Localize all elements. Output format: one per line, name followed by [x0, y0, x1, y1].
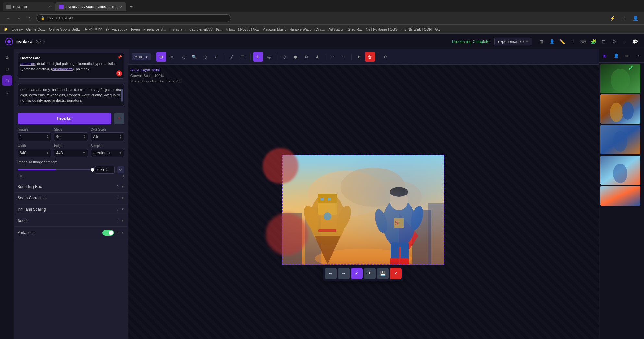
profile-icon[interactable]: 👤 [631, 15, 640, 21]
accordion-seam-header[interactable]: Seam Correction ? ▼ [14, 193, 128, 204]
tool-layers[interactable]: ⧉ [302, 52, 311, 62]
images-down[interactable]: ▼ [46, 137, 49, 139]
height-select[interactable]: 448 ▼ [54, 149, 88, 157]
tool-menu[interactable]: ☰ [238, 52, 248, 62]
thumbnail-1[interactable]: ✓ [600, 64, 640, 93]
width-select[interactable]: 640 ▼ [18, 149, 51, 157]
accordion-variations-header[interactable]: Variations ? ▼ [14, 227, 128, 239]
slider-arrows[interactable]: ▲ ▼ [105, 167, 108, 172]
slider-value-box[interactable]: 0.51 ▲ ▼ [95, 166, 115, 174]
sidebar-icon-gallery[interactable]: ⊞ [2, 64, 12, 74]
images-input[interactable]: 1 ▲ ▼ [18, 132, 51, 141]
user-panel-icon[interactable]: 👤 [612, 52, 620, 60]
tool-eraser[interactable]: ◁ [179, 52, 188, 62]
sampler-select[interactable]: k_euler_a ▼ [91, 149, 124, 157]
url-bar[interactable]: 🔒 127.0.0.1:9090 [36, 14, 231, 22]
tab-1-close[interactable]: × [49, 5, 51, 9]
bookmark-facebook[interactable]: (7) Facebook [106, 27, 127, 31]
tool-move[interactable]: ✛ [253, 52, 263, 62]
tool-select[interactable]: ⬡ [201, 52, 210, 62]
bookmark-sports[interactable]: Online Sports Bett... [49, 27, 81, 31]
tool-settings[interactable]: ⚙ [380, 52, 390, 62]
steps-input[interactable]: 40 ▲ ▼ [54, 132, 88, 141]
thumbnail-5[interactable] [600, 186, 640, 206]
steps-arrows[interactable]: ▲ ▼ [83, 134, 86, 139]
tool-brush[interactable]: ✏ [167, 52, 177, 62]
tab-2[interactable]: InvokeAI - A Stable Diffusion To... × [55, 2, 126, 11]
forward-button[interactable]: → [15, 15, 23, 21]
tool-undo[interactable]: ↶ [328, 52, 338, 62]
mask-dropdown[interactable]: Mask ▼ [132, 53, 151, 60]
tool-trash[interactable]: 🗑 [365, 52, 375, 62]
thumbnail-2[interactable] [600, 94, 640, 124]
accordion-infill-header[interactable]: Infill and Scaling ? ▼ [14, 204, 128, 215]
arrow-panel-icon[interactable]: ↗ [635, 52, 641, 60]
thumbnail-4[interactable] [600, 156, 640, 185]
new-tab-button[interactable]: + [127, 2, 136, 11]
neg-scrollbar[interactable] [121, 89, 123, 102]
positive-prompt-box[interactable]: Doctor Fate artstation, detailed, digita… [18, 53, 124, 79]
accordion-bounding-box-help[interactable]: ? [117, 185, 118, 189]
cancel-button[interactable]: × [114, 113, 124, 124]
tool-connect[interactable]: ⊞ [156, 52, 166, 62]
canvas-area[interactable]: Active Layer: Mask Canvas Scale: 100% Sc… [128, 65, 599, 339]
pencil-icon[interactable]: ✏️ [558, 38, 566, 45]
tab-1[interactable]: New Tab × [3, 2, 55, 11]
thumbnail-3[interactable] [600, 125, 640, 154]
bookmark-neil[interactable]: Neil Fontaine | CGS... [366, 27, 401, 31]
model-selector[interactable]: experience_70 ▼ [494, 38, 532, 45]
keyboard-icon[interactable]: ⌨ [579, 38, 587, 45]
cfg-input[interactable]: 7.5 ▲ ▼ [91, 132, 124, 141]
bookmark-webtoon[interactable]: LINE WEBTOON - G... [404, 27, 441, 31]
variations-toggle[interactable] [102, 230, 114, 236]
gallery-icon[interactable]: ⊞ [538, 38, 545, 45]
float-prev-button[interactable]: ← [325, 268, 337, 279]
images-arrows[interactable]: ▲ ▼ [46, 134, 49, 139]
sidebar-icon-nodes[interactable]: ⟐ [2, 87, 12, 97]
cfg-down[interactable]: ▼ [119, 137, 122, 139]
tool-download[interactable]: ⬇ [313, 52, 322, 62]
tool-redo[interactable]: ↷ [339, 52, 349, 62]
steps-down[interactable]: ▼ [83, 137, 86, 139]
slider-thumb[interactable] [91, 168, 94, 172]
cfg-arrows[interactable]: ▲ ▼ [119, 134, 122, 139]
float-close-button[interactable]: × [390, 268, 402, 279]
float-accept-button[interactable]: ✓ [351, 268, 363, 279]
tool-pen[interactable]: 🖊 [227, 52, 237, 62]
bookmark-artstation[interactable]: ArtStation - Greg R... [329, 27, 362, 31]
bookmark-icon[interactable]: ☆ [620, 15, 628, 21]
accordion-seam-help[interactable]: ? [117, 196, 118, 200]
bookmark-disciple[interactable]: discipleneil777 - Pr... [189, 27, 222, 31]
slider-refresh[interactable]: ↺ [117, 166, 124, 173]
tool-zoom[interactable]: 🔍 [190, 52, 199, 62]
bookmark-fiverr[interactable]: Fiverr - Freelance S... [131, 27, 166, 31]
accordion-infill-help[interactable]: ? [117, 207, 118, 211]
tool-circle[interactable]: ◎ [264, 52, 274, 62]
tab-2-close[interactable]: × [120, 5, 122, 9]
extensions-icon[interactable]: ⚡ [608, 15, 617, 21]
pin-button[interactable]: 📌 [117, 55, 122, 59]
accordion-seed-help[interactable]: ? [117, 219, 118, 223]
bookmark-youtube[interactable]: ▶ YouTube [85, 27, 102, 31]
sidebar-icon-canvas[interactable]: ◻ [2, 75, 12, 86]
slider-track[interactable] [18, 169, 93, 170]
bookmark-udemy[interactable]: Udemy - Online Co... [12, 27, 45, 31]
tool-stamp[interactable]: ⬡ [279, 52, 289, 62]
back-button[interactable]: ← [4, 15, 12, 21]
accordion-variations-help[interactable]: ? [117, 231, 118, 235]
bookmark-wacom[interactable]: disable Wacom Circ... [290, 27, 325, 31]
tool-upload[interactable]: ⬆ [354, 52, 364, 62]
tool-close[interactable]: ✕ [212, 52, 221, 62]
float-save-button[interactable]: 💾 [377, 268, 389, 279]
slider-down[interactable]: ▼ [105, 170, 108, 172]
bookmark-inbox[interactable]: Inbox - klk56831@... [226, 27, 259, 31]
tool-merge[interactable]: ⬢ [291, 52, 300, 62]
github-icon[interactable]: ⑂ [621, 38, 628, 45]
reload-button[interactable]: ↻ [26, 15, 34, 21]
settings-header-icon[interactable]: ⚙ [610, 38, 618, 45]
invoke-button[interactable]: Invoke [18, 113, 111, 124]
float-next-button[interactable]: → [338, 268, 350, 279]
gallery-panel-icon[interactable]: ⊞ [601, 52, 608, 60]
arrow-icon[interactable]: ↗ [569, 38, 576, 45]
sidebar-icon-1[interactable]: ⊕ [2, 52, 12, 62]
